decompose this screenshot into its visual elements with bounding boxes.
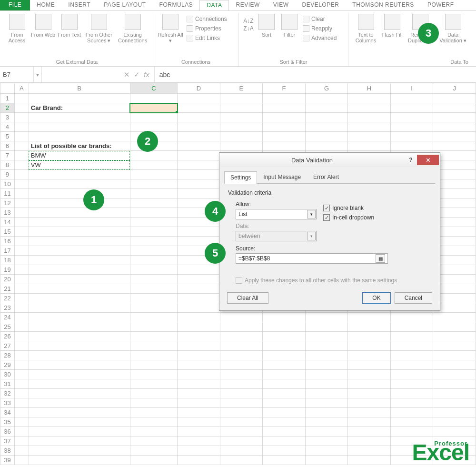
cell-A6[interactable] <box>14 141 29 151</box>
cell-G36[interactable] <box>305 427 348 436</box>
cell-E6[interactable] <box>220 141 263 151</box>
cell-H29[interactable] <box>348 360 391 370</box>
tab-page-layout[interactable]: PAGE LAYOUT <box>97 0 152 10</box>
clear-button[interactable]: Clear <box>301 15 338 23</box>
row-25[interactable]: 25 <box>0 322 15 332</box>
cell-H4[interactable] <box>348 122 391 132</box>
cell-B25[interactable] <box>29 322 130 332</box>
cell-J33[interactable] <box>433 398 476 408</box>
cell-H1[interactable] <box>348 94 391 103</box>
cell-C1[interactable] <box>130 94 178 103</box>
ignore-blank-checkbox[interactable]: ✓Ignore blank <box>323 205 374 211</box>
cell-H34[interactable] <box>348 408 391 417</box>
cell-C37[interactable] <box>130 436 178 446</box>
cell-D22[interactable] <box>178 294 220 303</box>
cell-F4[interactable] <box>263 122 306 132</box>
row-23[interactable]: 23 <box>0 303 15 313</box>
properties-button[interactable]: Properties <box>185 24 229 33</box>
cell-I30[interactable] <box>390 370 433 379</box>
cell-I3[interactable] <box>390 113 433 122</box>
cell-D4[interactable] <box>178 122 220 132</box>
cell-A34[interactable] <box>14 408 29 417</box>
cell-E39[interactable] <box>220 456 263 465</box>
cell-B15[interactable] <box>29 227 130 237</box>
cell-G30[interactable] <box>305 370 348 379</box>
cancel-icon[interactable]: ✕ <box>124 70 130 79</box>
edit-links-button[interactable]: Edit Links <box>185 34 229 42</box>
cell-F26[interactable] <box>263 332 306 341</box>
row-14[interactable]: 14 <box>0 218 15 227</box>
cell-J6[interactable] <box>433 141 476 151</box>
cell-I29[interactable] <box>390 360 433 370</box>
col-C[interactable]: C <box>130 83 178 94</box>
cell-B20[interactable] <box>29 275 130 284</box>
cell-J26[interactable] <box>433 332 476 341</box>
cell-B7[interactable]: BMW <box>29 151 130 160</box>
cell-C18[interactable] <box>130 256 178 265</box>
cell-E37[interactable] <box>220 436 263 446</box>
cell-E26[interactable] <box>220 332 263 341</box>
cell-C24[interactable] <box>130 313 178 322</box>
cell-C33[interactable] <box>130 398 178 408</box>
cell-F2[interactable] <box>263 103 306 113</box>
cell-D5[interactable] <box>178 132 220 141</box>
cell-A25[interactable] <box>14 322 29 332</box>
refresh-all-button[interactable]: Refresh All ▾ <box>156 13 185 43</box>
cell-D34[interactable] <box>178 408 220 417</box>
row-18[interactable]: 18 <box>0 256 15 265</box>
cell-J29[interactable] <box>433 360 476 370</box>
row-7[interactable]: 7 <box>0 151 15 160</box>
cell-C32[interactable] <box>130 389 178 398</box>
flash-fill-button[interactable]: Flash Fill <box>380 13 404 43</box>
row-17[interactable]: 17 <box>0 246 15 256</box>
col-H[interactable]: H <box>348 83 391 94</box>
cell-A31[interactable] <box>14 379 29 389</box>
row-30[interactable]: 30 <box>0 370 15 379</box>
cell-C22[interactable] <box>130 294 178 303</box>
advanced-button[interactable]: Advanced <box>301 34 338 42</box>
allow-combo[interactable]: List ▾ <box>236 209 317 219</box>
row-29[interactable]: 29 <box>0 360 15 370</box>
cell-A7[interactable] <box>14 151 29 160</box>
cell-D8[interactable] <box>178 160 220 170</box>
cell-A20[interactable] <box>14 275 29 284</box>
col-B[interactable]: B <box>29 83 130 94</box>
cell-B30[interactable] <box>29 370 130 379</box>
row-28[interactable]: 28 <box>0 351 15 360</box>
cell-D6[interactable] <box>178 141 220 151</box>
cell-A32[interactable] <box>14 389 29 398</box>
ok-button[interactable]: OK <box>362 292 390 304</box>
select-all-corner[interactable] <box>0 83 15 94</box>
cell-B33[interactable] <box>29 398 130 408</box>
cell-C13[interactable] <box>130 208 178 218</box>
cell-H35[interactable] <box>348 417 391 427</box>
cell-C14[interactable] <box>130 218 178 227</box>
row-12[interactable]: 12 <box>0 198 15 208</box>
cell-J34[interactable] <box>433 408 476 417</box>
cell-E2[interactable] <box>220 103 263 113</box>
col-D[interactable]: D <box>178 83 220 94</box>
cell-C29[interactable] <box>130 360 178 370</box>
cell-D30[interactable] <box>178 370 220 379</box>
cell-J32[interactable] <box>433 389 476 398</box>
in-cell-dropdown-checkbox[interactable]: ✓In-cell dropdown <box>323 214 374 221</box>
formula-input[interactable]: abc <box>155 71 476 79</box>
dialog-tab-error-alert[interactable]: Error Alert <box>307 171 345 183</box>
cell-A21[interactable] <box>14 284 29 294</box>
cell-B22[interactable] <box>29 294 130 303</box>
cell-G29[interactable] <box>305 360 348 370</box>
cell-C4[interactable] <box>130 122 178 132</box>
cell-A3[interactable] <box>14 113 29 122</box>
clear-all-button[interactable]: Clear All <box>227 292 268 304</box>
row-38[interactable]: 38 <box>0 446 15 456</box>
cell-C7[interactable] <box>130 151 178 160</box>
cell-C20[interactable] <box>130 275 178 284</box>
cell-I31[interactable] <box>390 379 433 389</box>
cell-B32[interactable] <box>29 389 130 398</box>
cell-D2[interactable] <box>178 103 220 113</box>
cell-B37[interactable] <box>29 436 130 446</box>
row-6[interactable]: 6 <box>0 141 15 151</box>
from-other-button[interactable]: From Other Sources ▾ <box>82 13 115 43</box>
cell-C15[interactable] <box>130 227 178 237</box>
tab-review[interactable]: REVIEW <box>229 0 266 10</box>
